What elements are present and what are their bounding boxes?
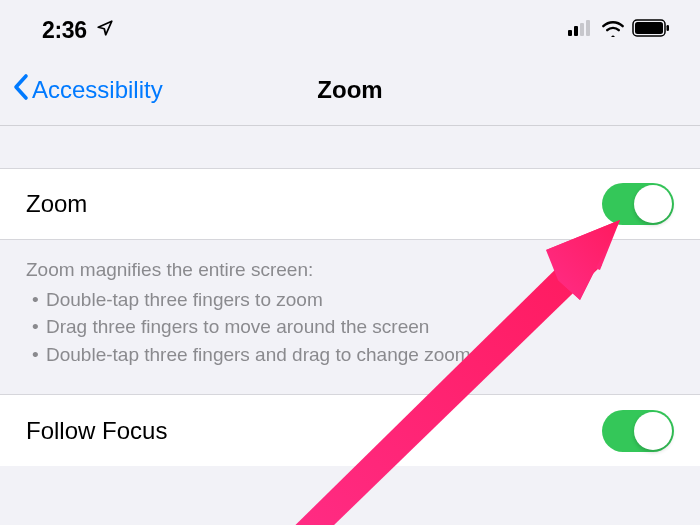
location-icon — [96, 19, 114, 41]
status-bar: 2:36 — [0, 0, 700, 54]
svg-rect-0 — [568, 30, 572, 36]
toggle-knob — [634, 412, 672, 450]
follow-focus-cell: Follow Focus — [0, 394, 700, 466]
back-button[interactable]: Accessibility — [12, 73, 163, 107]
status-right — [568, 19, 670, 41]
page-title: Zoom — [317, 76, 382, 104]
svg-rect-2 — [580, 23, 584, 36]
section-gap — [0, 126, 700, 168]
desc-heading: Zoom magnifies the entire screen: — [26, 256, 674, 284]
cellular-icon — [568, 20, 594, 40]
svg-rect-1 — [574, 26, 578, 36]
desc-bullet: Drag three fingers to move around the sc… — [28, 313, 674, 341]
back-label: Accessibility — [32, 76, 163, 104]
zoom-toggle[interactable] — [602, 183, 674, 225]
desc-list: Double-tap three fingers to zoom Drag th… — [26, 286, 674, 369]
nav-bar: Accessibility Zoom — [0, 54, 700, 126]
toggle-knob — [634, 185, 672, 223]
zoom-description: Zoom magnifies the entire screen: Double… — [0, 240, 700, 394]
zoom-cell: Zoom — [0, 168, 700, 240]
status-left: 2:36 — [42, 17, 114, 44]
chevron-left-icon — [12, 73, 30, 107]
svg-rect-6 — [667, 25, 670, 31]
svg-rect-5 — [635, 22, 663, 34]
battery-icon — [632, 19, 670, 41]
status-time: 2:36 — [42, 17, 87, 44]
desc-bullet: Double-tap three fingers and drag to cha… — [28, 341, 674, 369]
follow-focus-toggle[interactable] — [602, 410, 674, 452]
svg-rect-3 — [586, 20, 590, 36]
follow-focus-label: Follow Focus — [26, 417, 167, 445]
zoom-label: Zoom — [26, 190, 87, 218]
desc-bullet: Double-tap three fingers to zoom — [28, 286, 674, 314]
wifi-icon — [601, 19, 625, 41]
